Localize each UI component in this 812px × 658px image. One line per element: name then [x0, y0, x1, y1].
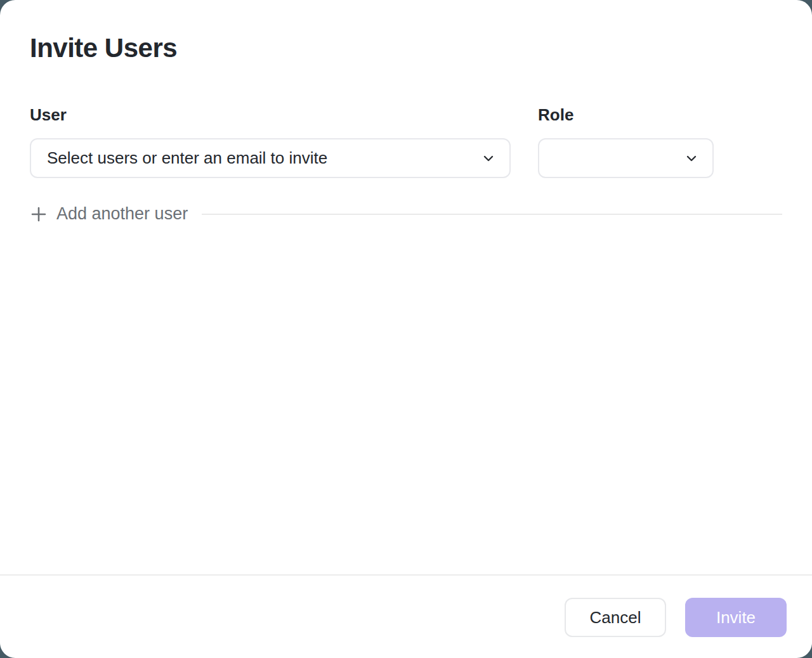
invite-button[interactable]: Invite — [685, 598, 787, 637]
chevron-down-icon — [481, 152, 495, 165]
cancel-button[interactable]: Cancel — [565, 598, 666, 637]
role-field-label: Role — [538, 105, 714, 124]
invite-users-dialog: Invite Users User Select users or enter … — [0, 0, 812, 658]
user-select[interactable]: Select users or enter an email to invite — [30, 138, 511, 178]
chevron-down-icon — [684, 152, 698, 165]
invite-form-row: User Select users or enter an email to i… — [30, 105, 782, 178]
role-select[interactable] — [538, 138, 714, 178]
dialog-body: Invite Users User Select users or enter … — [0, 0, 812, 574]
add-another-user-button[interactable]: Add another user — [30, 204, 188, 224]
user-field-label: User — [30, 105, 511, 124]
user-select-placeholder: Select users or enter an email to invite — [47, 148, 327, 168]
add-another-user-row: Add another user — [30, 204, 782, 224]
dialog-footer: Cancel Invite — [0, 574, 812, 658]
role-field: Role — [538, 105, 714, 178]
add-row-divider — [202, 214, 782, 215]
add-another-user-label: Add another user — [56, 204, 188, 224]
dialog-title: Invite Users — [30, 33, 782, 63]
user-field: User Select users or enter an email to i… — [30, 105, 511, 178]
plus-icon — [30, 205, 48, 223]
